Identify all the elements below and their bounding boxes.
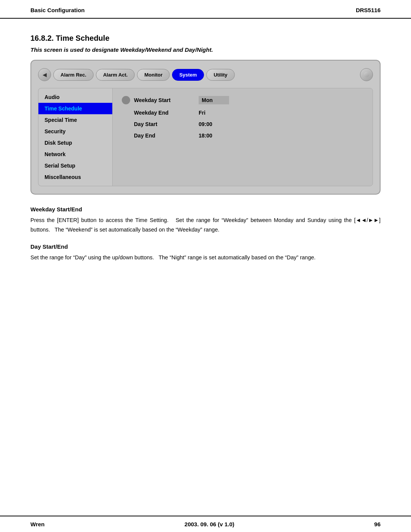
sidebar-item-time-schedule[interactable]: Time Schedule <box>38 103 112 114</box>
tab-nav-left-button[interactable]: ◀ <box>38 68 51 81</box>
weekday-desc-title: Weekday Start/End <box>30 206 381 212</box>
panel-body: Audio Time Schedule Special Time Securit… <box>38 88 373 186</box>
day-end-label: Day End <box>134 133 195 139</box>
day-start-label: Day Start <box>134 121 195 127</box>
day-start-value: 09:00 <box>199 121 212 127</box>
sidebar-item-security[interactable]: Security <box>38 126 112 137</box>
footer-center: 2003. 09. 06 (v 1.0) <box>185 521 234 527</box>
header-right: DRS5116 <box>356 7 381 13</box>
sidebar-item-audio[interactable]: Audio <box>38 91 112 103</box>
day-end-row: Day End 18:00 <box>122 133 363 139</box>
tab-row: ◀ Alarm Rec. Alarm Act. Monitor System U… <box>38 68 373 81</box>
sidebar-item-disk-setup[interactable]: Disk Setup <box>38 137 112 149</box>
page-footer: Wren 2003. 09. 06 (v 1.0) 96 <box>0 516 411 532</box>
day-description-section: Day Start/End Set the range for “Day” us… <box>30 243 381 262</box>
weekday-description-section: Weekday Start/End Press the [ENTER] butt… <box>30 206 381 234</box>
weekday-end-row: Weekday End Fri <box>122 110 363 116</box>
section-title: 16.8.2. Time Schedule <box>30 34 381 43</box>
weekday-start-icon <box>122 96 130 104</box>
weekday-start-row: Weekday Start Mon <box>122 96 363 104</box>
tab-alarm-rec[interactable]: Alarm Rec. <box>53 69 94 81</box>
sidebar-menu: Audio Time Schedule Special Time Securit… <box>38 88 113 186</box>
tab-nav-right-button[interactable] <box>360 68 373 81</box>
day-start-row: Day Start 09:00 <box>122 121 363 127</box>
tab-utility[interactable]: Utility <box>206 69 234 81</box>
footer-left: Wren <box>30 521 45 527</box>
sidebar-item-miscellaneous[interactable]: Miscellaneous <box>38 171 112 183</box>
section-subtitle: This screen is used to designate Weekday… <box>30 46 381 53</box>
tab-alarm-act[interactable]: Alarm Act. <box>96 69 135 81</box>
day-end-value: 18:00 <box>199 133 212 139</box>
page-header: Basic Configuration DRS5116 <box>0 0 411 19</box>
weekday-end-label: Weekday End <box>134 110 195 116</box>
content-area: Weekday Start Mon Weekday End Fri Day St… <box>113 88 373 186</box>
weekday-start-label: Weekday Start <box>134 97 195 103</box>
sidebar-item-special-time[interactable]: Special Time <box>38 114 112 126</box>
main-content: 16.8.2. Time Schedule This screen is use… <box>0 19 411 294</box>
sidebar-item-serial-setup[interactable]: Serial Setup <box>38 160 112 171</box>
day-desc-title: Day Start/End <box>30 243 381 250</box>
footer-right: 96 <box>374 521 381 527</box>
ui-panel: ◀ Alarm Rec. Alarm Act. Monitor System U… <box>30 60 381 195</box>
tab-system[interactable]: System <box>172 69 204 81</box>
tab-monitor[interactable]: Monitor <box>137 69 170 81</box>
day-desc-text: Set the range for “Day” using the up/dow… <box>30 253 381 262</box>
weekday-desc-text: Press the [ENTER] button to access the T… <box>30 216 381 234</box>
weekday-end-value: Fri <box>199 110 206 116</box>
header-left: Basic Configuration <box>30 7 85 13</box>
sidebar-item-network[interactable]: Network <box>38 149 112 160</box>
weekday-start-value: Mon <box>199 96 229 104</box>
